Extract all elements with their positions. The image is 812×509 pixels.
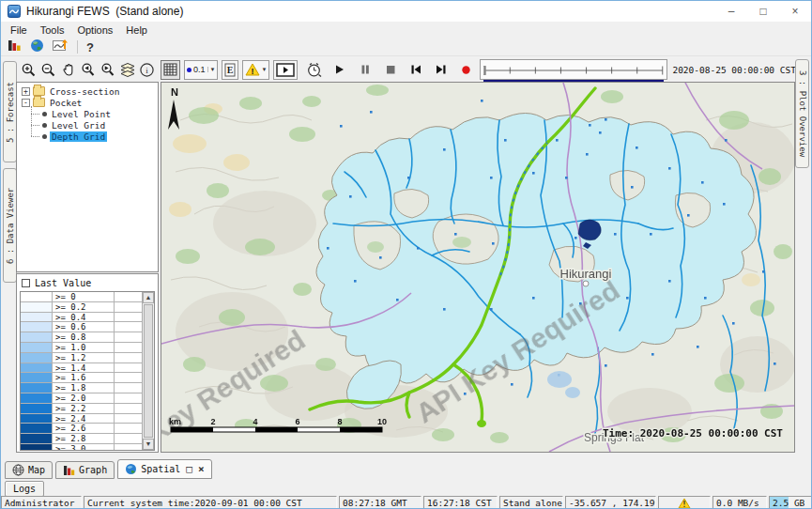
legend-color-swatch (21, 424, 53, 433)
legend-row-filler (115, 292, 142, 301)
svg-text:N: N (171, 86, 178, 98)
last-value-checkbox[interactable] (22, 279, 30, 287)
menu-help[interactable]: Help (119, 24, 154, 36)
tree-item-label[interactable]: Level Grid (50, 120, 107, 131)
zoom-previous-button[interactable] (79, 60, 97, 79)
timeline-slider[interactable] (480, 59, 667, 80)
legend-row: >= 1.0 (21, 343, 142, 353)
legend-color-swatch (21, 313, 53, 322)
legend-color-swatch (21, 393, 53, 403)
scroll-up-icon[interactable]: ▲ (143, 292, 154, 303)
collapse-icon[interactable]: - (22, 99, 30, 107)
info-button[interactable]: i (138, 60, 156, 79)
legend-value-label: >= 1.0 (53, 343, 115, 352)
legend-value-label: >= 0.2 (53, 302, 115, 312)
bar-chart-icon (63, 464, 75, 476)
scrollbar-thumb[interactable] (144, 304, 153, 438)
chevron-down-icon: ▼ (207, 67, 216, 72)
tab-spatial-label: Spatial (141, 464, 180, 474)
wireframe-globe-icon (12, 464, 24, 476)
legend-row-filler (115, 373, 142, 382)
time-navigator-clock-icon[interactable] (305, 60, 323, 79)
legend-color-swatch (21, 332, 53, 342)
legend-row: >= 1.2 (21, 353, 142, 363)
zoom-in-button[interactable] (20, 60, 38, 79)
last-value-label: Last Value (35, 278, 91, 288)
tab-graph[interactable]: Graph (55, 461, 115, 479)
tab-spatial[interactable]: Spatial □ × (117, 459, 211, 479)
tree-children: Level Point Level Grid Depth Grid (26, 108, 158, 142)
pan-hand-button[interactable] (59, 60, 77, 79)
svg-text:!: ! (682, 501, 687, 509)
legend-color-swatch (21, 383, 53, 393)
layers-button[interactable] (118, 60, 136, 79)
tree-item-depth-grid[interactable]: Depth Grid (26, 131, 158, 142)
tab-map[interactable]: Map (5, 461, 53, 479)
animation-window-button[interactable] (273, 60, 298, 80)
tree-item-label-selected[interactable]: Depth Grid (50, 131, 107, 142)
play-button[interactable] (330, 60, 348, 79)
tree-item-label[interactable]: Level Point (50, 109, 113, 119)
status-warning-cell[interactable]: ! (658, 496, 711, 509)
grid-toggle-button[interactable] (161, 60, 180, 80)
legend-color-swatch (21, 322, 53, 332)
svg-text:2: 2 (210, 417, 215, 426)
database-chart-icon[interactable] (8, 39, 22, 55)
tree-item-label[interactable]: Cross-section (48, 86, 121, 97)
legend-scrollbar[interactable]: ▲ ▼ (142, 292, 154, 450)
warning-dropdown-button[interactable]: ! ▼ (242, 60, 269, 80)
record-button[interactable] (457, 60, 475, 79)
tab-forecast[interactable]: 5 : Forecast (3, 61, 17, 162)
menu-file[interactable]: File (4, 24, 34, 36)
legend-panel: Last Value ▲ ▼ >= 0 >= 0.2 (16, 273, 159, 453)
chevron-down-icon: ▼ (261, 67, 267, 72)
spatial-map-view[interactable]: API Key Required API Key Required Hikura… (161, 82, 795, 453)
legend-row-filler (115, 414, 142, 424)
help-button[interactable]: ? (86, 40, 94, 54)
tree-item-level-point[interactable]: Level Point (26, 108, 158, 119)
contour-interval-dropdown[interactable]: 0.1▼ (184, 60, 218, 80)
dock-maximize-icon[interactable]: □ (186, 463, 192, 475)
legend-row: >= 1.6 (21, 373, 142, 383)
tab-plot-overview[interactable]: 3 : Plot Overview (795, 59, 809, 168)
skip-to-start-button[interactable] (406, 60, 424, 79)
spatial-display-icon[interactable] (53, 39, 69, 56)
place-label-hikurangi: Hikurangi (560, 267, 612, 281)
legend-color-swatch (21, 363, 53, 373)
stop-button[interactable] (381, 60, 399, 79)
expand-icon[interactable]: + (22, 87, 30, 96)
skip-to-end-button[interactable] (432, 60, 450, 79)
legend-value-label: >= 1.6 (53, 373, 115, 382)
tree-item-cross-section[interactable]: + Cross-section (22, 85, 158, 97)
legend-row-filler (115, 404, 142, 413)
label-toggle-button[interactable]: E (222, 60, 238, 80)
legend-row: >= 0.2 (21, 302, 142, 313)
legend-row-filler (115, 343, 142, 352)
legend-color-swatch (21, 343, 53, 352)
legend-value-label: >= 2.0 (53, 393, 115, 403)
maximize-button[interactable]: □ (747, 1, 779, 22)
legend-row: >= 2.4 (21, 414, 142, 424)
menu-tools[interactable]: Tools (34, 24, 71, 36)
tree-item-label[interactable]: Pocket (48, 98, 84, 108)
contour-interval-value: 0.1 (193, 65, 206, 74)
tree-item-level-grid[interactable]: Level Grid (26, 119, 158, 131)
zoom-next-button[interactable] (99, 60, 116, 79)
tree-item-pocket[interactable]: - Pocket (22, 97, 158, 108)
zoom-out-button[interactable] (39, 60, 57, 79)
globe-icon[interactable] (30, 39, 44, 56)
legend-row-filler (115, 302, 142, 312)
logs-button[interactable]: Logs (5, 481, 44, 497)
dock-close-icon[interactable]: × (198, 463, 205, 475)
scroll-down-icon[interactable]: ▼ (143, 439, 154, 450)
pause-button[interactable] (356, 60, 374, 79)
legend-color-swatch (21, 302, 53, 312)
minimize-button[interactable]: – (715, 1, 747, 22)
tab-data-viewer[interactable]: 6 : Data Viewer (3, 168, 17, 283)
legend-color-swatch (21, 414, 53, 424)
close-button[interactable]: × (779, 1, 811, 22)
menu-options[interactable]: Options (70, 24, 119, 36)
tab-map-label: Map (28, 465, 45, 475)
status-gmt-time: 08:27:18 GMT (339, 496, 421, 509)
legend-color-swatch (21, 292, 53, 301)
